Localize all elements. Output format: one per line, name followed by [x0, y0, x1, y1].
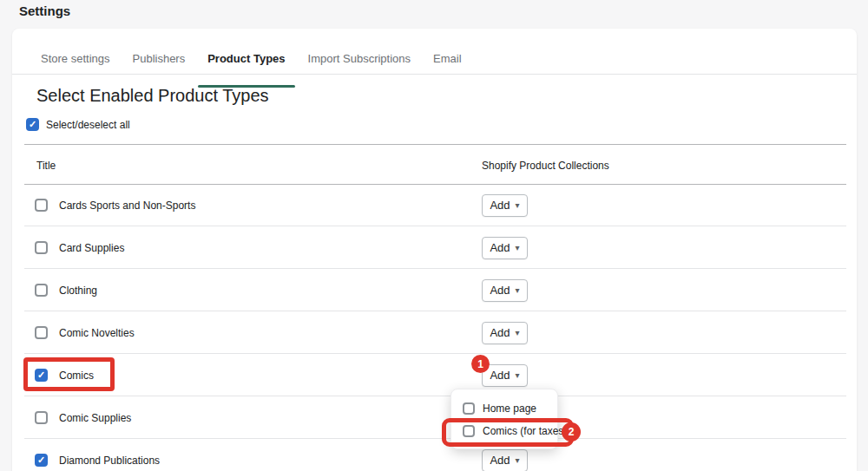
option-checkbox[interactable]: ✓	[463, 425, 475, 437]
table-row-comic-supplies: ✓ Comic Supplies Add ▾	[12, 396, 857, 439]
tab-bar-divider	[12, 74, 857, 75]
tab-product-types[interactable]: Product Types	[196, 43, 296, 74]
add-button-label: Add	[490, 454, 510, 467]
row-title: Comic Supplies	[59, 412, 131, 424]
section-heading: Select Enabled Product Types	[36, 86, 269, 106]
product-type-rows: ✓ Cards Sports and Non-Sports Add ▾ ✓ Ca…	[12, 184, 857, 471]
dropdown-option-home-page[interactable]: ✓ Home page	[451, 397, 557, 420]
settings-page: Settings Store settingsPublishersProduct…	[0, 0, 868, 471]
add-button-label: Add	[490, 369, 510, 382]
table-row-cards-sports-and-non-sports: ✓ Cards Sports and Non-Sports Add ▾	[12, 184, 857, 226]
dropdown-option-label: Home page	[483, 402, 536, 415]
table-row-diamond-publications: ✓ Diamond Publications Add ▾	[12, 439, 857, 471]
row-title: Cards Sports and Non-Sports	[59, 200, 195, 212]
checkmark-icon: ✓	[29, 120, 36, 129]
select-all-checkbox[interactable]: ✓	[26, 118, 39, 131]
row-title: Comics	[59, 370, 94, 382]
dropdown-option-comics-for-taxes[interactable]: ✓ Comics (for taxes)	[451, 420, 557, 442]
add-button-label: Add	[490, 326, 510, 339]
add-button-label: Add	[490, 199, 510, 212]
tab-bar: Store settingsPublishersProduct TypesImp…	[30, 43, 839, 74]
table-row-card-supplies: ✓ Card Supplies Add ▾	[12, 226, 857, 269]
tab-import-subscriptions[interactable]: Import Subscriptions	[297, 43, 423, 74]
settings-card: Store settingsPublishersProduct TypesImp…	[12, 29, 857, 471]
add-collection-button[interactable]: Add ▾	[482, 279, 528, 302]
row-checkbox[interactable]: ✓	[35, 454, 48, 467]
row-title: Diamond Publications	[59, 455, 160, 467]
select-all-row: ✓ Select/deselect all	[26, 118, 130, 131]
tab-label: Publishers	[133, 52, 186, 65]
tab-email[interactable]: Email	[422, 43, 473, 74]
checkmark-icon: ✓	[37, 455, 45, 465]
row-checkbox[interactable]: ✓	[35, 199, 48, 212]
add-collection-button[interactable]: Add ▾	[482, 194, 528, 217]
tab-label: Import Subscriptions	[308, 52, 411, 65]
chevron-down-icon: ▾	[516, 329, 520, 337]
row-checkbox[interactable]: ✓	[35, 284, 48, 297]
tab-label: Email	[433, 52, 462, 65]
add-button-label: Add	[490, 284, 510, 297]
add-collection-button[interactable]: Add ▾	[482, 322, 528, 344]
add-button-label: Add	[490, 241, 510, 254]
row-checkbox[interactable]: ✓	[35, 326, 48, 339]
divider	[24, 144, 846, 145]
row-checkbox[interactable]: ✓	[35, 369, 48, 382]
row-checkbox[interactable]: ✓	[35, 411, 48, 424]
tab-label: Store settings	[41, 52, 110, 65]
column-header-title: Title	[36, 160, 56, 172]
row-checkbox[interactable]: ✓	[35, 241, 48, 254]
chevron-down-icon: ▾	[516, 244, 520, 252]
select-all-label: Select/deselect all	[46, 119, 130, 131]
table-row-comic-novelties: ✓ Comic Novelties Add ▾	[12, 311, 857, 354]
table-row-clothing: ✓ Clothing Add ▾	[12, 269, 857, 311]
table-row-comics: ✓ Comics Add ▾	[12, 354, 857, 396]
dropdown-option-label: Comics (for taxes)	[483, 425, 567, 437]
add-collection-button[interactable]: Add ▾	[482, 237, 528, 259]
row-title: Card Supplies	[59, 242, 124, 254]
option-checkbox[interactable]: ✓	[463, 402, 475, 415]
chevron-down-icon: ▾	[516, 371, 520, 380]
page-title: Settings	[19, 3, 70, 18]
checkmark-icon: ✓	[37, 370, 45, 380]
add-collection-button[interactable]: Add ▾	[482, 364, 528, 387]
tab-label: Product Types	[207, 52, 285, 65]
tab-publishers[interactable]: Publishers	[122, 43, 197, 74]
row-title: Comic Novelties	[59, 327, 135, 339]
tab-store-settings[interactable]: Store settings	[30, 43, 122, 74]
chevron-down-icon: ▾	[516, 456, 520, 465]
add-collection-button[interactable]: Add ▾	[482, 449, 528, 471]
collections-dropdown: ✓ Home page ✓ Comics (for taxes)	[450, 389, 558, 449]
column-header-collections: Shopify Product Collections	[482, 160, 609, 172]
chevron-down-icon: ▾	[516, 201, 520, 210]
row-title: Clothing	[59, 285, 97, 297]
chevron-down-icon: ▾	[516, 286, 520, 295]
